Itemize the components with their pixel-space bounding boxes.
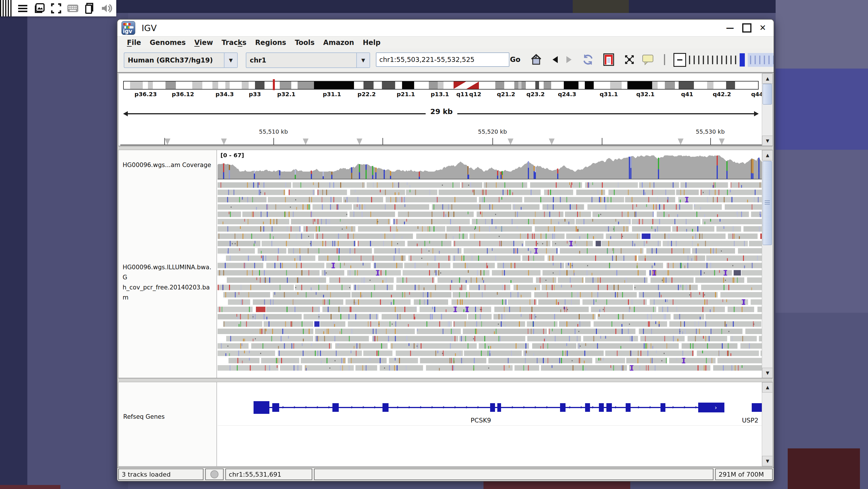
menu-item-file[interactable]: File (123, 38, 145, 47)
keyboard-icon[interactable] (66, 2, 80, 15)
scroll-up-icon[interactable]: ▲ (762, 382, 773, 393)
gene-exon[interactable] (626, 403, 630, 412)
zoom-tick-track-right[interactable] (748, 53, 774, 67)
gene-data-area[interactable]: ››››››››››››››››››››››››››››››PCSK9USP2 (218, 382, 764, 466)
fit-window-icon[interactable] (623, 53, 636, 66)
menu-item-genomes[interactable]: Genomes (145, 38, 190, 47)
maximize-button[interactable] (742, 23, 751, 32)
close-button[interactable]: ✕ (760, 24, 766, 32)
gene-exon[interactable] (599, 403, 604, 412)
cytoband-label: p33 (249, 91, 261, 97)
screenshot-icon[interactable] (33, 2, 46, 15)
gene-exon[interactable] (253, 401, 269, 414)
gene-label[interactable]: USP2 (742, 417, 758, 424)
alignment-scrollbar[interactable]: ▲ ▼ (762, 150, 772, 378)
gene-exon[interactable]: › (698, 403, 724, 412)
gene-exon[interactable] (497, 403, 501, 412)
home-icon[interactable] (530, 53, 543, 66)
cytoband (539, 82, 544, 89)
zoom-tick-track[interactable] (689, 53, 740, 67)
popup-text-icon[interactable] (641, 53, 654, 66)
copy-icon[interactable] (83, 2, 96, 15)
strand-arrow-icon: › (684, 404, 686, 410)
gene-exon[interactable] (585, 403, 590, 412)
roi-marker-icon[interactable] (303, 139, 309, 145)
cytoband (535, 82, 539, 89)
scroll-down-icon[interactable]: ▼ (762, 368, 773, 378)
zoom-slider-thumb[interactable] (740, 53, 745, 66)
menu-item-view[interactable]: View (190, 38, 217, 47)
menu-item-tools[interactable]: Tools (290, 38, 319, 47)
menu-item-help[interactable]: Help (358, 38, 385, 47)
menu-item-tracks[interactable]: Tracks (217, 38, 251, 47)
locus-panel-scrollbar[interactable]: ▲ ▼ (762, 74, 772, 146)
scrollbar-thumb[interactable] (763, 84, 772, 105)
cytoband (429, 82, 438, 89)
roi-marker-icon[interactable] (165, 139, 170, 145)
gene-track-name[interactable]: Refseq Genes (123, 413, 165, 420)
chevron-down-icon[interactable]: ▼ (224, 53, 237, 67)
wallpaper-patch (573, 0, 629, 13)
title-bar[interactable]: igv IGV — ✕ (117, 20, 774, 36)
zoom-out-icon[interactable] (674, 53, 686, 67)
panel-grip-stripes[interactable] (0, 0, 13, 17)
minimize-button[interactable]: — (726, 24, 734, 32)
menu-item-amazon[interactable]: Amazon (319, 38, 358, 47)
coverage-track-name[interactable]: HG00096.wgs...am Coverage (123, 162, 211, 169)
menu-item-regions[interactable]: Regions (251, 38, 290, 47)
fullscreen-icon[interactable] (50, 2, 63, 15)
chromosome-ideogram[interactable] (123, 81, 758, 90)
genome-select[interactable]: Human (GRCh37/hg19) ▼ (124, 52, 238, 68)
strand-arrow-icon: › (431, 404, 433, 410)
cytoband (249, 82, 255, 89)
refresh-icon[interactable] (581, 53, 595, 66)
gene-label[interactable]: PCSK9 (470, 417, 491, 424)
gene-exon[interactable] (332, 403, 339, 412)
strand-arrow-icon: › (569, 404, 571, 410)
region-tool-icon[interactable] (602, 53, 615, 66)
gene-exon[interactable] (490, 403, 495, 412)
gene-exon[interactable] (272, 403, 279, 412)
gene-exon[interactable] (560, 403, 565, 412)
feature-scrollbar[interactable]: ▲ ▼ (762, 382, 772, 466)
alignment-reads-canvas[interactable] (218, 150, 764, 378)
cytoband (707, 82, 713, 89)
strand-arrow-icon: › (638, 404, 640, 410)
scroll-down-icon[interactable]: ▼ (762, 136, 773, 146)
gene-exon[interactable] (382, 403, 389, 412)
strand-arrow-icon: › (317, 404, 319, 410)
ideogram-area[interactable]: p36.23p36.12p34.3p33p32.1p31.1p22.2p21.1… (120, 74, 763, 146)
roi-marker-icon[interactable] (508, 139, 514, 145)
memory-status[interactable]: 291M of 700M (715, 468, 773, 480)
forward-icon[interactable] (562, 53, 576, 66)
bam-track-name[interactable]: HG00096.wgs.ILLUMINA.bwa.G h_cov_pcr_fre… (123, 262, 215, 303)
alignment-data-area[interactable]: [0 - 67] (218, 150, 764, 378)
alignment-panel: HG00096.wgs...am Coverage HG00096.wgs.IL… (118, 150, 773, 378)
gene-exon[interactable] (660, 403, 665, 412)
back-icon[interactable] (549, 53, 562, 66)
chromosome-select[interactable]: chr1 ▼ (246, 52, 370, 68)
gene-intron-line[interactable] (253, 407, 724, 408)
roi-marker-icon[interactable] (678, 139, 684, 145)
roi-marker-icon[interactable] (221, 139, 227, 145)
scroll-down-icon[interactable]: ▼ (762, 456, 773, 466)
locus-input[interactable] (376, 52, 509, 67)
roi-marker-icon[interactable] (549, 139, 555, 145)
go-button[interactable]: Go (508, 53, 522, 66)
roi-marker-icon[interactable] (719, 139, 725, 145)
scrollbar-thumb[interactable] (763, 161, 772, 245)
zoom-slider[interactable] (674, 53, 774, 67)
gene-exon[interactable] (607, 403, 612, 412)
feature-panel: Refseq Genes ›››››››››››››››››››››››››››… (118, 382, 773, 466)
cytoband (402, 82, 414, 89)
scroll-up-icon[interactable]: ▲ (762, 74, 773, 84)
cytoband-label: q32.1 (636, 91, 655, 97)
scroll-up-icon[interactable]: ▲ (762, 150, 773, 161)
strand-arrow-icon: › (580, 404, 583, 410)
strand-arrow-icon: › (408, 404, 410, 410)
chevron-down-icon[interactable]: ▼ (356, 53, 370, 67)
menu-icon[interactable] (16, 2, 29, 15)
volume-icon[interactable] (100, 2, 113, 15)
roi-marker-icon[interactable] (356, 139, 362, 145)
cytoband-label: p34.3 (216, 91, 234, 97)
